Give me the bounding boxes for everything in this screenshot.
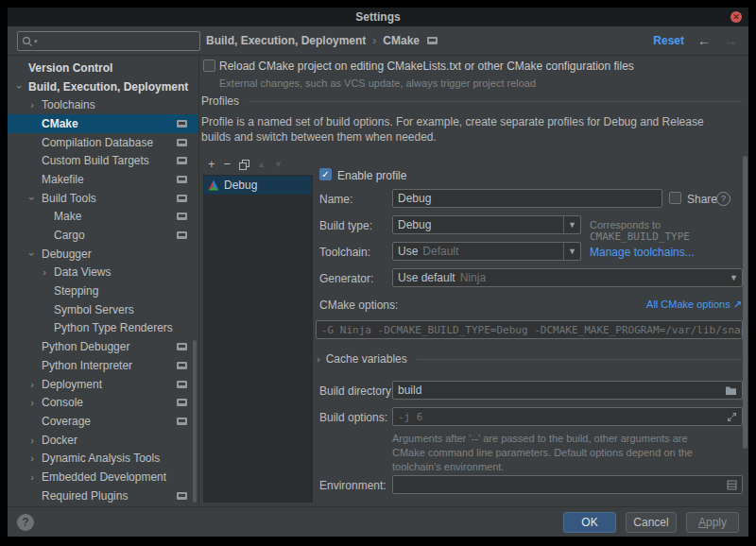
sidebar-item-cmake[interactable]: CMake <box>8 114 198 133</box>
share-checkbox[interactable] <box>669 192 681 204</box>
chevron-expanded-icon[interactable]: › <box>27 249 37 259</box>
apply-mnemonic: A <box>698 516 706 529</box>
chevron-collapsed-icon[interactable]: › <box>27 472 37 482</box>
sidebar-item-python-debugger[interactable]: Python Debugger <box>8 337 198 356</box>
back-arrow-icon[interactable]: ← <box>697 33 711 48</box>
header-actions: Reset ← → <box>653 26 737 55</box>
share-help-icon[interactable]: ? <box>716 192 730 206</box>
profile-list: Debug <box>203 175 313 503</box>
sidebar-item-coverage[interactable]: Coverage <box>8 412 198 431</box>
copy-profile-icon[interactable] <box>239 160 249 169</box>
sidebar-item-label: Stepping <box>54 284 98 298</box>
sidebar-item-build-tools[interactable]: ›Build Tools <box>8 189 198 208</box>
chevron-down-icon[interactable]: ▼ <box>563 243 580 260</box>
ok-button[interactable]: OK <box>563 512 616 533</box>
breadcrumb-parent[interactable]: Build, Execution, Deployment <box>206 34 366 47</box>
sidebar-item-label: Required Plugins <box>42 489 128 503</box>
chevron-collapsed-icon[interactable]: › <box>317 353 320 365</box>
reset-button[interactable]: Reset <box>653 34 684 47</box>
sidebar-item-build-execution-deployment[interactable]: ›Build, Execution, Deployment <box>8 77 198 96</box>
build-options-label: Build options: <box>319 411 387 424</box>
sidebar-item-python-type-renderers[interactable]: Python Type Renderers <box>8 319 198 338</box>
title-bar: Settings ✕ <box>8 8 748 26</box>
chevron-down-icon[interactable]: ▼ <box>726 269 742 286</box>
help-button[interactable]: ? <box>17 514 34 531</box>
chevron-collapsed-icon[interactable]: › <box>27 398 37 407</box>
toolchain-dropdown[interactable]: Use Default ▼ <box>392 242 581 261</box>
settings-search-input[interactable] <box>38 34 183 49</box>
name-field[interactable]: Debug <box>392 189 662 208</box>
project-settings-icon <box>177 195 187 202</box>
profile-list-item-debug[interactable]: Debug <box>204 176 312 195</box>
generator-prefix: Use default <box>398 271 455 284</box>
sidebar-item-custom-build-targets[interactable]: Custom Build Targets <box>8 151 198 170</box>
sidebar-item-label: Cargo <box>54 229 85 242</box>
sidebar-item-stepping[interactable]: Stepping <box>8 282 198 300</box>
manage-toolchains-link[interactable]: Manage toolchains... <box>590 246 695 259</box>
sidebar-item-label: Symbol Servers <box>54 303 134 316</box>
build-type-dropdown[interactable]: Debug ▼ <box>392 215 581 234</box>
cache-variables-section[interactable]: › Cache variables <box>317 352 742 366</box>
sidebar-item-label: Python Type Renderers <box>54 321 173 334</box>
sidebar-item-deployment[interactable]: ›Deployment <box>8 375 198 394</box>
content-scrollbar[interactable] <box>743 156 747 449</box>
generator-dropdown[interactable]: Use default Ninja ▼ <box>392 268 743 287</box>
sidebar-item-label: Build Tools <box>42 192 96 205</box>
project-settings-icon <box>177 157 187 164</box>
chevron-down-icon[interactable]: ▼ <box>563 216 580 233</box>
project-settings-icon <box>177 399 187 406</box>
sidebar-item-compilation-database[interactable]: Compilation Database <box>8 133 198 152</box>
cancel-button[interactable]: Cancel <box>626 512 677 533</box>
cmake-options-field[interactable]: -G Ninja -DCMAKE_BUILD_TYPE=Debug -DCMAK… <box>316 320 743 339</box>
remove-profile-icon[interactable]: − <box>224 158 232 171</box>
sidebar-item-docker[interactable]: ›Docker <box>8 431 198 450</box>
reload-cmake-checkbox[interactable] <box>203 60 215 72</box>
sidebar-item-console[interactable]: ›Console <box>8 393 198 412</box>
sidebar-item-label: Version Control <box>28 61 112 75</box>
chevron-collapsed-icon[interactable]: › <box>40 267 49 277</box>
add-profile-icon[interactable]: + <box>208 158 215 171</box>
chevron-collapsed-icon[interactable]: › <box>27 100 37 110</box>
profiles-section: Profiles <box>201 94 742 108</box>
sidebar-item-label: CMake <box>42 117 78 130</box>
sidebar-item-cargo[interactable]: Cargo <box>8 226 198 245</box>
sidebar-item-embedded-development[interactable]: ›Embedded Development <box>8 468 198 486</box>
environment-variables-icon[interactable] <box>727 480 737 490</box>
project-settings-icon <box>177 231 187 239</box>
build-options-field[interactable]: -j 6 <box>392 407 743 426</box>
sidebar-item-debugger[interactable]: ›Debugger <box>8 245 198 264</box>
chevron-collapsed-icon[interactable]: › <box>27 380 37 389</box>
name-label: Name: <box>319 193 352 206</box>
chevron-collapsed-icon[interactable]: › <box>27 435 37 445</box>
expand-field-icon[interactable] <box>727 412 737 422</box>
sidebar-item-make[interactable]: Make <box>8 208 198 227</box>
sidebar-item-version-control[interactable]: Version Control <box>8 59 198 77</box>
sidebar-item-makefile[interactable]: Makefile <box>8 170 198 189</box>
build-directory-label: Build directory: <box>319 384 394 398</box>
all-cmake-options-link[interactable]: All CMake options ↗ <box>646 299 742 311</box>
folder-icon[interactable] <box>725 385 737 396</box>
settings-search[interactable]: ▾ <box>17 31 200 51</box>
build-directory-field[interactable]: build <box>392 381 743 400</box>
chevron-expanded-icon[interactable]: › <box>15 82 25 92</box>
build-type-value: Debug <box>398 218 431 231</box>
sidebar-item-data-views[interactable]: ›Data Views <box>8 264 198 282</box>
search-icon <box>22 36 33 47</box>
apply-button[interactable]: Apply <box>686 512 739 533</box>
environment-label: Environment: <box>319 479 387 492</box>
project-settings-icon <box>177 381 187 388</box>
enable-profile-checkbox[interactable]: ✓ <box>319 168 332 180</box>
sidebar-item-label: Build, Execution, Deployment <box>28 80 188 94</box>
sidebar-item-toolchains[interactable]: ›Toolchains <box>8 95 198 114</box>
environment-field[interactable] <box>392 475 743 494</box>
apply-rest: pply <box>706 516 727 529</box>
chevron-expanded-icon[interactable]: › <box>27 194 37 203</box>
sidebar-scrollbar[interactable] <box>193 340 197 503</box>
sidebar-item-required-plugins[interactable]: Required Plugins <box>8 486 198 505</box>
sidebar-item-symbol-servers[interactable]: Symbol Servers <box>8 300 198 319</box>
close-icon[interactable]: ✕ <box>730 11 742 23</box>
chevron-collapsed-icon[interactable]: › <box>27 453 37 463</box>
sidebar-item-python-interpreter[interactable]: Python Interpreter <box>8 356 198 375</box>
sidebar-item-dynamic-analysis-tools[interactable]: ›Dynamic Analysis Tools <box>8 449 198 468</box>
build-type-hint-text: Corresponds to <box>590 219 661 230</box>
